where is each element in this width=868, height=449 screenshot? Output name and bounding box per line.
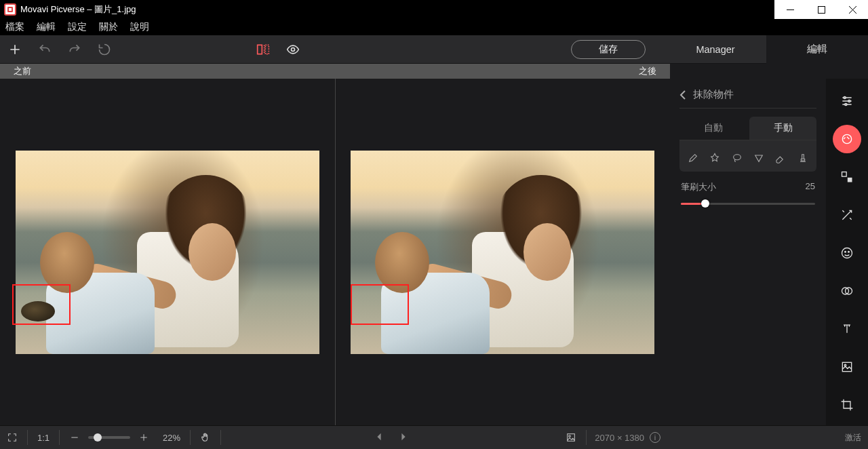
crop-tool[interactable]: [833, 391, 861, 419]
tool-strip: [826, 79, 868, 425]
reset-button[interactable]: [90, 35, 119, 64]
right-panel: 抹除物件 自動 手動 筆刷大小 25: [670, 79, 868, 425]
brush-size-value: 25: [806, 181, 815, 193]
subtab-auto[interactable]: 自動: [679, 117, 747, 140]
menubar: 檔案 編輯 設定 關於 說明: [0, 19, 868, 35]
svg-rect-18: [568, 434, 575, 442]
svg-rect-0: [818, 6, 825, 13]
image-tool[interactable]: [833, 353, 861, 381]
compare-header: 之前 之後: [0, 64, 868, 79]
label-after: 之後: [335, 64, 670, 79]
lasso-tool-icon[interactable]: [729, 150, 745, 166]
chevron-left-icon: [679, 90, 686, 100]
stamp-tool-icon[interactable]: [795, 150, 811, 166]
zoom-percent: 22%: [156, 433, 187, 443]
subtabs: 自動 手動: [679, 117, 816, 140]
adjust-tool[interactable]: [833, 87, 861, 115]
subtab-manual[interactable]: 手動: [749, 117, 816, 140]
mode-manager-tab[interactable]: Manager: [665, 35, 766, 64]
svg-point-11: [842, 248, 852, 258]
brush-tool-icon[interactable]: [685, 150, 701, 166]
preview-button[interactable]: [278, 35, 308, 64]
pin-tool-icon[interactable]: [707, 150, 723, 166]
close-button[interactable]: [837, 0, 868, 19]
menu-about[interactable]: 關於: [99, 21, 118, 33]
status-bar: 1:1 22% 2070 × 1380 i 激活: [0, 425, 868, 449]
svg-rect-2: [265, 45, 269, 54]
before-highlight-box: [12, 284, 71, 325]
svg-rect-16: [842, 362, 851, 371]
panel-divider: [679, 108, 816, 109]
activate-link[interactable]: 激活: [845, 432, 861, 444]
minimize-button[interactable]: [774, 0, 806, 19]
text-tool[interactable]: [833, 315, 861, 343]
erase-tool[interactable]: [833, 125, 861, 153]
panel-back[interactable]: 抹除物件: [679, 88, 816, 101]
mode-edit-tab[interactable]: 編輯: [766, 35, 868, 64]
prev-image-button[interactable]: [374, 432, 384, 444]
main: 抹除物件 自動 手動 筆刷大小 25: [0, 79, 868, 425]
after-highlight-box: [351, 284, 409, 325]
face-tool[interactable]: [833, 239, 861, 267]
app-icon: [4, 3, 16, 16]
compare-toggle-button[interactable]: [248, 35, 278, 64]
eraser-tool-icon[interactable]: [772, 150, 789, 166]
after-pane[interactable]: [335, 79, 671, 425]
menu-file[interactable]: 檔案: [5, 21, 24, 33]
zoom-slider[interactable]: [88, 436, 130, 439]
toolbar: 儲存 Manager 編輯: [0, 35, 868, 64]
svg-point-4: [733, 155, 741, 160]
svg-point-17: [844, 364, 846, 366]
panel-title: 抹除物件: [693, 88, 734, 101]
svg-point-19: [569, 435, 571, 437]
svg-point-3: [292, 47, 295, 51]
resize-tool[interactable]: [833, 163, 861, 191]
add-button[interactable]: [0, 35, 30, 64]
svg-rect-9: [842, 172, 847, 177]
brush-size-label: 筆刷大小: [681, 181, 716, 193]
zoom-out-button[interactable]: [62, 426, 87, 450]
save-button[interactable]: 儲存: [571, 40, 646, 59]
svg-point-13: [848, 252, 850, 253]
titlebar: Movavi Picverse – 圖片_1.jpg: [0, 0, 868, 19]
menu-help[interactable]: 說明: [130, 21, 149, 33]
zoom-in-button[interactable]: [132, 426, 156, 450]
menu-edit[interactable]: 編輯: [37, 21, 56, 33]
canvas-area: [0, 79, 670, 425]
menu-settings[interactable]: 設定: [68, 21, 87, 33]
magic-tool[interactable]: [833, 201, 861, 229]
image-dimensions: 2070 × 1380: [589, 433, 650, 443]
maximize-button[interactable]: [806, 0, 837, 19]
pan-button[interactable]: [193, 426, 218, 450]
brush-size-slider[interactable]: [681, 197, 815, 210]
info-icon[interactable]: i: [650, 432, 660, 443]
label-before: 之前: [0, 64, 335, 79]
svg-rect-10: [848, 178, 852, 182]
redo-button[interactable]: [60, 35, 90, 64]
fit-button[interactable]: 1:1: [31, 433, 56, 443]
overlap-tool[interactable]: [833, 277, 861, 305]
next-image-button[interactable]: [399, 432, 408, 444]
undo-button[interactable]: [30, 35, 60, 64]
fullscreen-button[interactable]: [0, 426, 24, 450]
window-title: Movavi Picverse – 圖片_1.jpg: [20, 3, 774, 16]
svg-rect-1: [258, 45, 262, 54]
gallery-button[interactable]: [559, 426, 583, 450]
before-pane[interactable]: [0, 79, 335, 425]
svg-point-12: [845, 252, 846, 253]
erase-tool-row: [679, 140, 816, 172]
polygon-tool-icon[interactable]: [751, 150, 767, 166]
